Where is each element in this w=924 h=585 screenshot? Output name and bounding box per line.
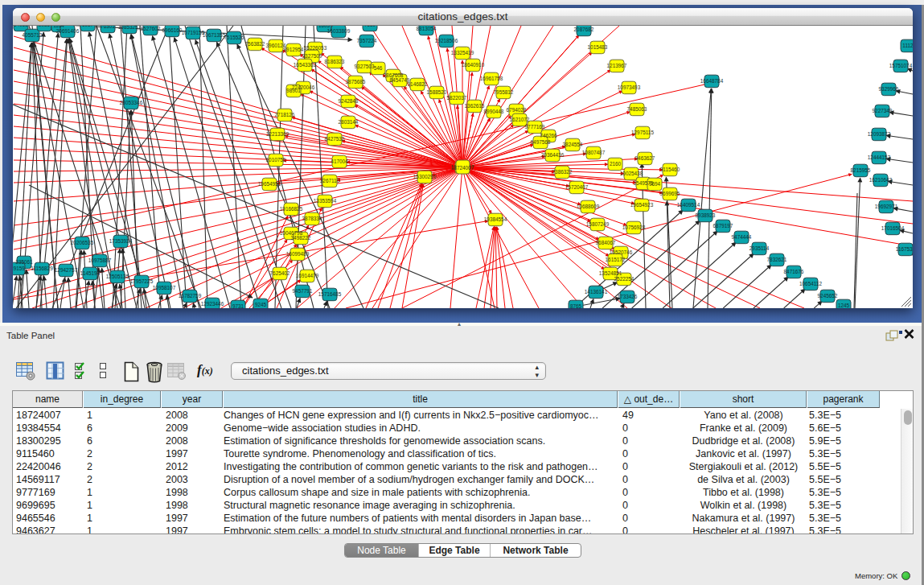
- svg-text:10688609: 10688609: [577, 204, 600, 209]
- svg-text:10958107: 10958107: [153, 285, 176, 290]
- svg-text:8215955: 8215955: [851, 167, 871, 173]
- svg-text:546: 546: [374, 65, 383, 71]
- svg-text:9327509: 9327509: [302, 53, 322, 59]
- svg-text:7357224: 7357224: [357, 38, 377, 43]
- svg-text:16543362: 16543362: [294, 62, 317, 68]
- svg-text:7625402: 7625402: [270, 270, 290, 276]
- svg-text:9777169: 9777169: [525, 124, 545, 130]
- svg-text:2935114: 2935114: [749, 245, 770, 251]
- svg-text:9245652: 9245652: [818, 293, 838, 299]
- svg-text:1112: 1112: [902, 43, 913, 48]
- svg-text:14055: 14055: [14, 26, 28, 27]
- svg-text:8471676: 8471676: [784, 269, 804, 274]
- svg-text:15716485: 15716485: [318, 291, 342, 297]
- svg-text:1213967: 1213967: [607, 63, 627, 68]
- svg-text:55226053: 55226053: [304, 45, 327, 51]
- svg-text:3267110: 3267110: [320, 178, 340, 183]
- svg-text:1588520: 1588520: [427, 89, 447, 95]
- svg-text:19218506: 19218506: [435, 38, 458, 43]
- svg-text:1527602: 1527602: [141, 26, 161, 31]
- svg-text:19654923: 19654923: [630, 202, 654, 208]
- svg-text:16782759: 16782759: [179, 293, 202, 299]
- svg-text:16409514: 16409514: [677, 202, 700, 208]
- svg-text:6879197: 6879197: [713, 223, 733, 229]
- svg-text:9694: 9694: [649, 181, 661, 187]
- svg-text:10719155: 10719155: [182, 30, 205, 35]
- svg-text:12213369: 12213369: [266, 131, 290, 137]
- svg-text:5822037: 5822037: [447, 95, 467, 101]
- svg-text:8813054: 8813054: [417, 26, 437, 31]
- svg-text:12444153: 12444153: [868, 154, 891, 160]
- svg-text:4055712: 4055712: [23, 32, 43, 38]
- svg-text:746266: 746266: [540, 133, 557, 138]
- svg-text:7955812: 7955812: [494, 89, 514, 95]
- svg-text:12093872: 12093872: [868, 131, 891, 137]
- svg-text:7515526: 7515526: [224, 35, 244, 40]
- svg-text:1245: 1245: [838, 303, 850, 308]
- svg-text:9463627: 9463627: [635, 155, 655, 161]
- svg-text:12505135: 12505135: [106, 274, 129, 279]
- svg-text:6794028: 6794028: [507, 107, 527, 113]
- svg-text:20364436: 20364436: [541, 152, 565, 158]
- svg-text:17016504: 17016504: [881, 225, 905, 231]
- svg-text:19166825: 19166825: [280, 206, 303, 212]
- svg-text:13353594: 13353594: [314, 198, 337, 204]
- svg-text:10975887: 10975887: [88, 257, 112, 263]
- svg-text:39159: 39159: [13, 266, 25, 271]
- svg-text:13524851: 13524851: [599, 270, 622, 276]
- svg-text:9474444: 9474444: [732, 234, 752, 240]
- svg-text:1145194: 1145194: [80, 270, 101, 276]
- svg-text:1167533: 1167533: [896, 246, 913, 252]
- svg-text:7639: 7639: [364, 26, 376, 27]
- svg-text:16648784: 16648784: [700, 78, 724, 84]
- svg-text:1362615: 1362615: [465, 103, 485, 109]
- svg-text:17353934: 17353934: [109, 238, 133, 244]
- svg-text:19654955: 19654955: [258, 181, 281, 187]
- svg-text:2160: 2160: [610, 161, 622, 167]
- svg-text:7386322: 7386322: [552, 169, 573, 175]
- svg-text:10671355: 10671355: [203, 32, 226, 38]
- svg-text:17957225: 17957225: [130, 278, 154, 284]
- svg-text:3824554: 3824554: [563, 142, 583, 147]
- svg-text:2718126: 2718126: [275, 112, 295, 117]
- svg-text:1937: 1937: [82, 26, 94, 27]
- svg-text:9146821: 9146821: [408, 81, 428, 87]
- svg-text:12942757: 12942757: [55, 267, 78, 273]
- svg-text:16033809: 16033809: [327, 28, 351, 34]
- svg-text:3498222: 3498222: [291, 235, 311, 241]
- svg-text:19692971: 19692971: [875, 204, 898, 209]
- svg-text:8912954: 8912954: [284, 47, 304, 52]
- svg-text:10973493: 10973493: [618, 84, 641, 90]
- svg-text:1015483: 1015483: [588, 44, 608, 50]
- svg-text:9329966: 9329966: [879, 86, 899, 92]
- svg-text:10520746: 10520746: [610, 249, 633, 255]
- svg-text:2081: 2081: [39, 26, 51, 27]
- svg-text:3875685: 3875685: [346, 79, 366, 84]
- svg-text:8765: 8765: [570, 303, 582, 308]
- svg-text:417004: 417004: [331, 159, 348, 164]
- svg-text:10853257: 10853257: [118, 26, 142, 30]
- svg-text:28053346: 28053346: [120, 100, 143, 105]
- svg-text:13325419: 13325419: [451, 50, 474, 56]
- svg-text:98901: 98901: [286, 88, 301, 93]
- svg-text:8427532: 8427532: [325, 136, 345, 142]
- svg-text:10654112: 10654112: [799, 281, 822, 286]
- svg-text:1010755: 1010755: [266, 157, 286, 163]
- svg-text:335061: 335061: [15, 259, 33, 265]
- svg-text:16961758: 16961758: [480, 76, 503, 81]
- svg-text:16099489: 16099489: [286, 251, 310, 257]
- svg-text:9699695: 9699695: [660, 191, 680, 196]
- svg-text:15751074: 15751074: [889, 63, 913, 68]
- svg-text:1733426: 1733426: [618, 294, 638, 299]
- svg-text:11156829: 11156829: [31, 266, 53, 271]
- svg-text:10756928: 10756928: [622, 225, 646, 230]
- svg-text:20691406: 20691406: [56, 28, 80, 34]
- svg-text:6497568: 6497568: [531, 139, 551, 145]
- svg-text:7485063: 7485063: [627, 106, 647, 112]
- svg-text:15807249: 15807249: [586, 221, 610, 227]
- svg-text:14136141: 14136141: [585, 289, 608, 295]
- svg-text:2087682: 2087682: [574, 27, 594, 32]
- svg-text:18724007: 18724007: [451, 165, 474, 171]
- svg-text:9242848: 9242848: [339, 98, 359, 104]
- svg-text:7832621: 7832621: [767, 257, 787, 262]
